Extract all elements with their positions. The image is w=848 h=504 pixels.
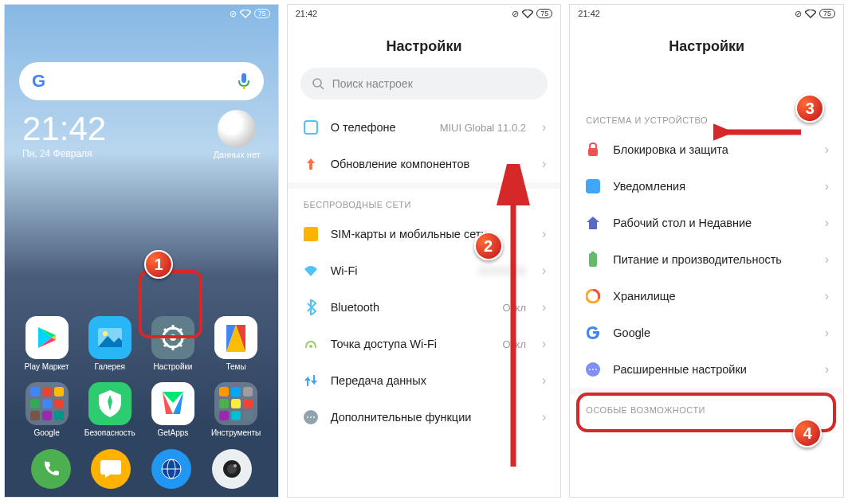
row-home[interactable]: Рабочий стол и Недавние › xyxy=(570,205,843,241)
row-google[interactable]: Google › xyxy=(570,315,843,351)
clock-time: 21:42 xyxy=(22,110,106,148)
chevron-right-icon: › xyxy=(825,362,829,377)
dock-browser[interactable] xyxy=(151,449,191,489)
google-logo: G xyxy=(32,71,45,92)
cloud-icon xyxy=(218,110,256,148)
chevron-right-icon: › xyxy=(542,227,546,241)
svg-rect-26 xyxy=(100,460,121,475)
chevron-right-icon: › xyxy=(825,179,829,193)
status-time: 21:42 xyxy=(578,9,600,18)
chevron-right-icon: › xyxy=(542,337,546,351)
svg-point-7 xyxy=(103,331,108,336)
svg-point-37 xyxy=(309,345,312,348)
more-icon: ⋯ xyxy=(302,408,320,426)
arrow-to-section xyxy=(713,120,809,144)
more-icon: ⋯ xyxy=(584,361,602,378)
lock-icon xyxy=(584,141,602,158)
svg-rect-40 xyxy=(588,148,598,156)
settings-search[interactable]: Поиск настроек xyxy=(300,68,548,100)
app-gallery[interactable]: Галерея xyxy=(82,316,137,371)
battery-icon: 75 xyxy=(819,9,835,18)
dnd-icon: ⊘ xyxy=(512,9,519,19)
battery-icon: 75 xyxy=(536,9,552,18)
highlight-settings-app xyxy=(139,270,202,338)
bluetooth-icon xyxy=(302,299,320,316)
chevron-right-icon: › xyxy=(542,373,546,388)
step-badge-1: 1 xyxy=(144,250,173,279)
row-power[interactable]: Питание и производительность › xyxy=(570,241,843,278)
svg-point-34 xyxy=(234,464,237,467)
step-badge-4: 4 xyxy=(793,419,822,447)
dock-phone[interactable] xyxy=(31,449,71,489)
search-icon xyxy=(312,77,324,90)
chevron-right-icon: › xyxy=(542,157,546,171)
wifi-icon xyxy=(805,10,816,18)
clock-date: Пн, 24 Февраля xyxy=(22,148,106,159)
dnd-icon: ⊘ xyxy=(795,9,802,19)
statusbar: ⊘ 75 xyxy=(5,5,278,22)
chevron-right-icon: › xyxy=(542,264,546,278)
row-storage[interactable]: Хранилище › xyxy=(570,278,843,315)
homescreen-phone: ⊘ 75 G 21:42 Пн, 24 Февраля Данных нет P… xyxy=(4,4,279,498)
google-icon xyxy=(584,324,602,342)
app-play-market[interactable]: Play Маркет xyxy=(19,316,74,371)
clock-weather-widget[interactable]: 21:42 Пн, 24 Февраля Данных нет xyxy=(22,110,261,159)
chevron-right-icon: › xyxy=(825,252,829,267)
storage-icon xyxy=(584,287,602,305)
wifi-icon xyxy=(240,10,251,18)
data-icon xyxy=(302,372,320,389)
dock xyxy=(5,449,278,489)
step-badge-2: 2 xyxy=(474,232,503,260)
statusbar: 21:42 ⊘ 75 xyxy=(288,5,561,22)
settings-system-phone: 21:42 ⊘ 75 Настройки СИСТЕМА И УСТРОЙСТВ… xyxy=(569,4,844,498)
scroll-up-arrow xyxy=(493,164,533,475)
svg-rect-43 xyxy=(591,252,595,254)
svg-marker-27 xyxy=(105,475,110,478)
chevron-right-icon: › xyxy=(825,143,829,157)
dnd-icon: ⊘ xyxy=(230,9,237,19)
google-search-bar[interactable]: G xyxy=(19,62,264,100)
hotspot-icon xyxy=(302,335,320,353)
update-icon xyxy=(302,155,320,173)
chevron-right-icon: › xyxy=(542,120,546,135)
app-folder-tools[interactable]: Инструменты xyxy=(209,382,264,437)
sim-icon xyxy=(302,225,320,243)
row-about-phone[interactable]: О телефоне MIUI Global 11.0.2 › xyxy=(288,109,561,146)
app-security[interactable]: Безопасность xyxy=(82,382,137,437)
statusbar: 21:42 ⊘ 75 xyxy=(570,5,843,22)
chevron-right-icon: › xyxy=(542,300,546,315)
weather-widget[interactable]: Данных нет xyxy=(214,110,261,159)
row-notifications[interactable]: Уведомления › xyxy=(570,168,843,205)
chevron-right-icon: › xyxy=(825,289,829,303)
app-folder-google[interactable]: Google xyxy=(19,382,74,437)
wifi-icon xyxy=(522,10,533,18)
chevron-right-icon: › xyxy=(825,216,829,230)
svg-rect-42 xyxy=(589,253,597,267)
dock-camera[interactable] xyxy=(212,449,252,489)
dock-messages[interactable] xyxy=(91,449,131,489)
page-title: Настройки xyxy=(570,38,843,55)
battery-icon: 75 xyxy=(254,9,270,18)
phone-icon xyxy=(302,119,320,136)
svg-line-36 xyxy=(320,86,324,89)
app-getapps[interactable]: GetApps xyxy=(145,382,200,437)
row-advanced-settings[interactable]: ⋯ Расширенные настройки › xyxy=(570,351,843,388)
svg-marker-41 xyxy=(587,217,599,229)
chevron-right-icon: › xyxy=(542,410,546,424)
chevron-right-icon: › xyxy=(825,326,829,340)
battery-perf-icon xyxy=(584,251,602,268)
wifi-icon xyxy=(302,262,320,279)
page-title: Настройки xyxy=(288,38,561,55)
svg-point-35 xyxy=(313,79,321,87)
settings-main-phone: 21:42 ⊘ 75 Настройки Поиск настроек О те… xyxy=(287,4,562,498)
app-themes[interactable]: Темы xyxy=(209,316,264,371)
home-icon xyxy=(584,214,602,232)
notifications-icon xyxy=(584,178,602,195)
status-time: 21:42 xyxy=(296,9,318,18)
mic-icon[interactable] xyxy=(237,72,251,91)
svg-rect-0 xyxy=(241,73,246,83)
